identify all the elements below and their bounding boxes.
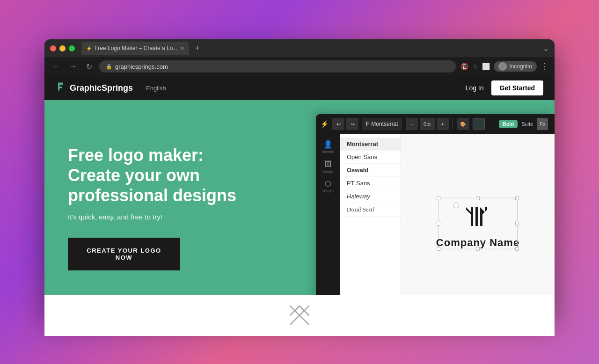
back-button[interactable]: ← (50, 61, 62, 72)
font-select[interactable]: F Montserrat (362, 118, 402, 130)
forward-button[interactable]: → (67, 61, 79, 72)
font-select-icon: F (366, 121, 369, 127)
font-item[interactable]: Haleway (340, 190, 401, 203)
editor-logo-icon: ⚡ (321, 120, 329, 128)
toolbar-icon-group: ↩ ↪ (332, 118, 358, 130)
url-text: graphicsprings.com (115, 63, 168, 70)
hero-section: Free logo maker:Create your ownprofessio… (44, 100, 555, 315)
editor-sidebar: 👤 Identity 🖼 Image ⬡ Shapes (316, 134, 340, 315)
editor-toolbar: ⚡ ↩ ↪ F Montserrat − 0pt + (316, 114, 555, 134)
maximize-button[interactable] (69, 45, 75, 51)
font-size-increase-button[interactable]: + (437, 118, 449, 130)
font-item[interactable]: Open Sans (340, 151, 401, 164)
hero-left: Free logo maker:Create your ownprofessio… (44, 100, 316, 315)
more-menu-icon[interactable]: ⋮ (541, 61, 549, 72)
extensions-icon[interactable]: ⬜ (482, 63, 490, 70)
website-content: GraphicSprings English Log In Get Starte… (44, 76, 555, 315)
gs-logo-icon (56, 81, 65, 95)
canvas-logo: Company Name (436, 200, 519, 249)
image-icon: 🖼 (324, 160, 332, 168)
tab-bar: ⚡ Free Logo Maker – Create a Lo... ✕ + ⌄ (81, 42, 549, 55)
shapes-label: Shapes (321, 189, 334, 193)
sidebar-icon-shapes[interactable]: ⬡ Shapes (320, 178, 336, 195)
cross-tools-icon (288, 304, 311, 327)
refresh-button[interactable]: ↻ (84, 61, 95, 72)
tab-title: Free Logo Maker – Create a Lo... (95, 45, 177, 51)
fx-button[interactable]: Fx (537, 118, 548, 130)
editor-body: 👤 Identity 🖼 Image ⬡ Shapes (316, 134, 555, 315)
toolbar-undo-button[interactable]: ↩ (332, 118, 344, 130)
browser-toolbar-right: 📵 ☆ ⬜ I Incognito ⋮ (460, 61, 549, 72)
address-bar: ← → ↻ 🔒 graphicsprings.com 📵 ☆ ⬜ I Incog… (44, 57, 555, 76)
site-nav: GraphicSprings English Log In Get Starte… (44, 76, 555, 100)
hero-subtitle: It's quick, easy, and free to try! (68, 213, 292, 221)
login-button[interactable]: Log In (466, 84, 484, 92)
tab-right-controls: ⌄ (543, 44, 549, 53)
browser-window: ⚡ Free Logo Maker – Create a Lo... ✕ + ⌄… (44, 39, 555, 315)
handle-top-right[interactable] (515, 197, 519, 200)
italic-button[interactable]: Suite (521, 121, 533, 127)
font-name: Montserrat (371, 121, 398, 127)
handle-top-mid[interactable] (476, 197, 480, 200)
tab-close-icon[interactable]: ✕ (180, 45, 184, 51)
minimize-button[interactable] (59, 45, 66, 51)
logo-icon-preview (459, 200, 497, 233)
incognito-profile[interactable]: I Incognito (494, 61, 537, 72)
close-button[interactable] (50, 45, 56, 51)
color-picker-button[interactable]: 🎨 (457, 118, 469, 130)
color-dot[interactable] (489, 121, 495, 127)
font-item[interactable]: Montserrat (340, 138, 401, 151)
size-controls: − 0pt + (406, 118, 449, 130)
new-tab-button[interactable]: + (192, 43, 203, 54)
color-swatch[interactable] (473, 118, 485, 130)
traffic-lights (50, 45, 75, 51)
nav-right: Log In Get Started (466, 80, 543, 95)
incognito-label: Incognito (509, 63, 532, 70)
cta-button[interactable]: CREATE YOUR LOGO NOW (68, 238, 180, 270)
bottom-section (44, 295, 555, 336)
bold-button[interactable]: Bold (499, 120, 518, 128)
font-item[interactable]: PT Sans (340, 177, 401, 190)
language-selector[interactable]: English (146, 85, 166, 92)
get-started-button[interactable]: Get Started (491, 80, 543, 95)
font-list: Montserrat Open Sans Oswald PT Sans Hale… (340, 134, 401, 220)
toolbar-separator (453, 119, 453, 129)
gs-logo-text: GraphicSprings (70, 83, 133, 93)
sidebar-icon-identity[interactable]: 👤 Identity (320, 138, 336, 155)
font-size-display: 0pt (420, 118, 435, 130)
handle-top-left[interactable] (437, 197, 440, 200)
bookmark-icon[interactable]: ☆ (472, 63, 478, 70)
identity-icon: 👤 (323, 140, 333, 149)
toolbar-redo-button[interactable]: ↪ (346, 118, 358, 130)
title-bar: ⚡ Free Logo Maker – Create a Lo... ✕ + ⌄ (44, 39, 555, 57)
identity-label: Identity (322, 150, 334, 154)
drag-handle[interactable] (453, 203, 459, 208)
font-size-decrease-button[interactable]: − (406, 118, 418, 130)
lock-icon: 🔒 (106, 64, 112, 70)
logo-area: GraphicSprings English (56, 81, 166, 95)
editor-preview: ⚡ ↩ ↪ F Montserrat − 0pt + (316, 114, 555, 315)
font-item[interactable]: Droid Serif (340, 203, 401, 217)
screen-share-icon[interactable]: 📵 (460, 63, 468, 70)
font-panel: Montserrat Open Sans Oswald PT Sans Hale… (340, 134, 401, 315)
company-name-label: Company Name (436, 237, 519, 249)
sidebar-icon-image[interactable]: 🖼 Image (320, 158, 336, 175)
hero-title: Free logo maker:Create your ownprofessio… (68, 145, 292, 206)
browser-tab[interactable]: ⚡ Free Logo Maker – Create a Lo... ✕ (81, 42, 189, 55)
image-label: Image (323, 169, 333, 174)
shapes-icon: ⬡ (325, 179, 331, 188)
canvas-area[interactable]: Company Name (401, 134, 555, 315)
incognito-avatar: I (498, 62, 507, 71)
tab-favicon-icon: ⚡ (86, 46, 92, 51)
address-input[interactable]: 🔒 graphicsprings.com (99, 60, 456, 73)
font-item[interactable]: Oswald (340, 164, 401, 177)
